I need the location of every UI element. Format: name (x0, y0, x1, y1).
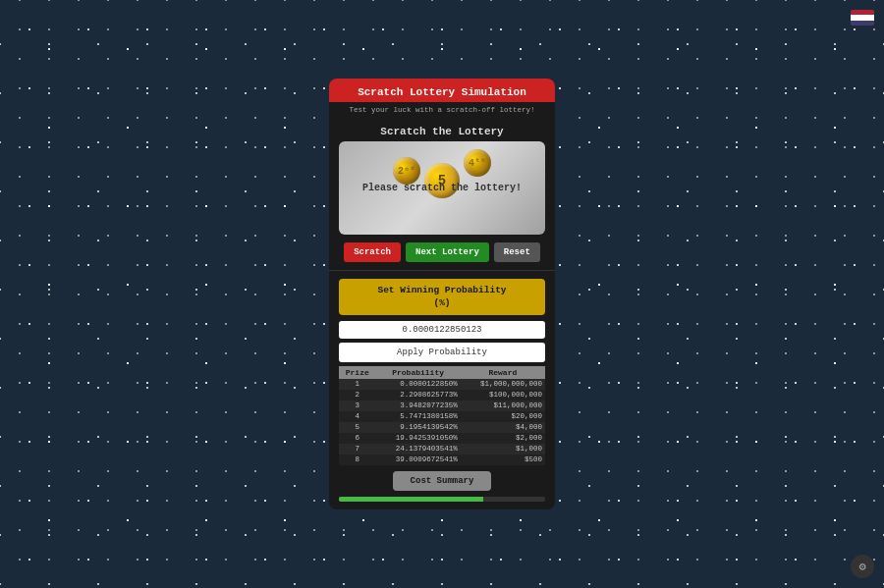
lottery-card-inner: Please scratch the lottery! 4ᵗʰ 2ⁿᵈ 5 (339, 141, 545, 235)
prize-num: 6 (339, 433, 376, 444)
prize-reward: $100,000,000 (461, 390, 545, 401)
prize-reward: $11,000,000 (461, 401, 545, 411)
prize-probability: 19.9425391050% (376, 433, 461, 444)
col-header-reward: Reward (461, 366, 545, 379)
action-buttons: Scratch Next Lottery Reset (339, 242, 545, 262)
prize-probability: 3.9482077235% (376, 401, 461, 411)
prize-reward: $500 (461, 454, 545, 465)
app-subtitle: Test your luck with a scratch-off lotter… (329, 102, 555, 120)
col-header-prize: Prize (339, 366, 376, 379)
progress-fill (339, 497, 483, 502)
flag-icon (851, 10, 874, 26)
prize-table: Prize Probability Reward 1 0.0000122850%… (339, 366, 545, 465)
probability-input-display[interactable]: 0.0000122850123 (339, 321, 545, 339)
table-row: 6 19.9425391050% $2,000 (339, 433, 545, 444)
prize-probability: 5.7471380158% (376, 411, 461, 422)
prize-num: 7 (339, 444, 376, 454)
probability-box: Set Winning Probability (%) (339, 279, 545, 315)
cost-summary-button[interactable]: Cost Summary (393, 471, 492, 491)
table-row: 7 24.1379403541% $1,000 (339, 444, 545, 454)
prize-reward: $20,000 (461, 411, 545, 422)
prize-num: 1 (339, 379, 376, 390)
prize-num: 5 (339, 422, 376, 433)
table-row: 3 3.9482077235% $11,000,000 (339, 401, 545, 411)
divider-1 (329, 270, 555, 271)
probability-title: Set Winning Probability (%) (345, 285, 539, 309)
prize-reward: $2,000 (461, 433, 545, 444)
prize-probability: 9.1954139542% (376, 422, 461, 433)
app-container: Scratch Lottery Simulation Test your luc… (329, 79, 555, 509)
apply-probability-button[interactable]: Apply Probability (339, 343, 545, 362)
section-title: Scratch the Lottery (329, 120, 555, 141)
prize-probability: 0.0000122850% (376, 379, 461, 390)
col-header-probability: Probability (376, 366, 461, 379)
table-row: 5 9.1954139542% $4,000 (339, 422, 545, 433)
coin-2: 2ⁿᵈ (393, 157, 420, 185)
prize-reward: $1,000,000,000 (461, 379, 545, 390)
table-row: 2 2.2908625773% $100,000,000 (339, 390, 545, 401)
prize-reward: $4,000 (461, 422, 545, 433)
reset-button[interactable]: Reset (494, 242, 540, 262)
coin-1: 4ᵗʰ (464, 149, 491, 177)
settings-icon[interactable]: ⚙ (851, 555, 874, 578)
table-row: 4 5.7471380158% $20,000 (339, 411, 545, 422)
prize-num: 4 (339, 411, 376, 422)
prize-num: 2 (339, 390, 376, 401)
prize-num: 8 (339, 454, 376, 465)
prize-probability: 2.2908625773% (376, 390, 461, 401)
scratch-button[interactable]: Scratch (344, 242, 401, 262)
app-title: Scratch Lottery Simulation (358, 86, 526, 98)
app-header: Scratch Lottery Simulation (329, 79, 555, 102)
table-row: 8 39.0009672541% $500 (339, 454, 545, 465)
prize-reward: $1,000 (461, 444, 545, 454)
table-row: 1 0.0000122850% $1,000,000,000 (339, 379, 545, 390)
next-lottery-button[interactable]: Next Lottery (406, 242, 489, 262)
lottery-card-text: Please scratch the lottery! (362, 183, 522, 193)
prize-probability: 39.0009672541% (376, 454, 461, 465)
prize-num: 3 (339, 401, 376, 411)
progress-bar (339, 497, 545, 502)
lottery-card[interactable]: Please scratch the lottery! 4ᵗʰ 2ⁿᵈ 5 (339, 141, 545, 235)
prize-probability: 24.1379403541% (376, 444, 461, 454)
